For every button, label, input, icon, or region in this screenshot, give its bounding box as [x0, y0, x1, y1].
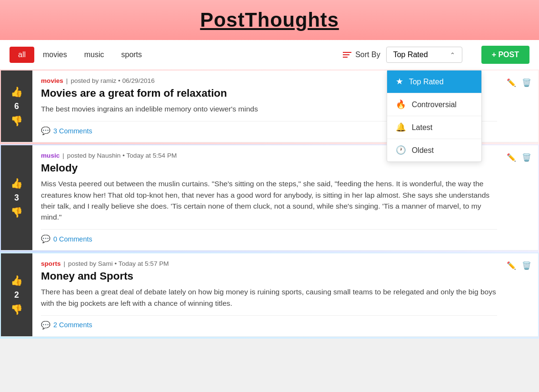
- vote-section-3: 👍 2 👎: [1, 253, 32, 336]
- clock-icon: 🕐: [396, 145, 406, 155]
- sort-option-label-oldest: Oldest: [412, 146, 434, 155]
- post-comments-3[interactable]: 💬 2 Comments: [41, 315, 497, 330]
- downvote-button-1[interactable]: 👎: [10, 114, 24, 128]
- downvote-button-2[interactable]: 👎: [10, 206, 24, 219]
- comments-label-1: 3 Comments: [53, 127, 92, 135]
- sort-option-top-rated[interactable]: ★ Top Rated: [387, 70, 481, 93]
- sort-selected-label: Top Rated: [393, 50, 428, 59]
- upvote-button-2[interactable]: 👍: [10, 177, 24, 190]
- sort-option-label-latest: Latest: [412, 123, 433, 132]
- nav-tabs: all movies music sports: [10, 47, 150, 63]
- sort-dropdown-button[interactable]: Top Rated ⌃ ★ Top Rated 🔥 Controversial …: [386, 47, 462, 63]
- sort-option-oldest[interactable]: 🕐 Oldest: [387, 139, 481, 161]
- vote-section-1: 👍 6 👎: [1, 70, 32, 142]
- tab-movies[interactable]: movies: [34, 47, 76, 63]
- sort-option-label-top-rated: Top Rated: [409, 78, 444, 86]
- upvote-button-3[interactable]: 👍: [10, 274, 24, 287]
- site-title: PostThoughts: [0, 9, 539, 31]
- filter-icon[interactable]: [343, 52, 351, 58]
- post-actions-1: ✏️ 🗑️: [506, 70, 538, 142]
- tab-music[interactable]: music: [76, 47, 113, 63]
- delete-button-1[interactable]: 🗑️: [521, 77, 532, 88]
- post-wrapper-3: 👍 2 👎 sports | posted by Sami • Today at…: [0, 252, 539, 339]
- post-separator-3: |: [64, 260, 66, 267]
- comments-label-3: 2 Comments: [53, 321, 92, 329]
- edit-button-1[interactable]: ✏️: [506, 77, 517, 88]
- post-separator-2: |: [62, 152, 64, 159]
- sort-option-label-controversial: Controversial: [412, 101, 457, 109]
- comments-label-2: 0 Comments: [53, 235, 92, 243]
- vote-section-2: 👍 3 👎: [1, 145, 32, 250]
- vote-count-2: 3: [14, 193, 19, 203]
- header: PostThoughts: [0, 0, 539, 40]
- post-author-date-3: posted by Sami • Today at 5:57 PM: [68, 260, 169, 267]
- sort-option-controversial[interactable]: 🔥 Controversial: [387, 93, 481, 116]
- post-comments-2[interactable]: 💬 0 Comments: [41, 229, 497, 243]
- sort-section: Sort By Top Rated ⌃ ★ Top Rated 🔥 Contro…: [343, 46, 529, 64]
- comment-icon-3: 💬: [41, 321, 50, 330]
- fire-icon: 🔥: [396, 100, 406, 110]
- edit-button-2[interactable]: ✏️: [506, 152, 517, 163]
- post-button[interactable]: + POST: [481, 46, 529, 64]
- post-category-1[interactable]: movies: [41, 77, 63, 84]
- post-category-3[interactable]: sports: [41, 260, 61, 267]
- post-author-date-1: posted by ramiz • 06/29/2016: [70, 77, 154, 84]
- comment-icon-2: 💬: [41, 234, 50, 243]
- tab-sports[interactable]: sports: [112, 47, 150, 63]
- post-title-2: Melody: [41, 162, 497, 174]
- post-text-2: Miss Vesta peered out between the muslin…: [41, 178, 497, 222]
- delete-button-3[interactable]: 🗑️: [521, 260, 532, 271]
- tab-all[interactable]: all: [10, 47, 34, 63]
- sort-label: Sort By: [355, 50, 380, 59]
- vote-count-3: 2: [14, 290, 19, 300]
- post-text-3: There has been a great deal of debate la…: [41, 286, 497, 309]
- vote-count-1: 6: [14, 101, 19, 111]
- chevron-up-icon: ⌃: [450, 51, 455, 59]
- downvote-button-3[interactable]: 👎: [10, 303, 24, 316]
- bell-icon: 🔔: [396, 122, 406, 132]
- post-actions-3: ✏️ 🗑️: [506, 253, 538, 336]
- upvote-button-1[interactable]: 👍: [10, 85, 24, 99]
- post-actions-2: ✏️ 🗑️: [506, 145, 538, 250]
- post-category-2[interactable]: music: [41, 152, 60, 159]
- post-body-3: sports | posted by Sami • Today at 5:57 …: [32, 253, 506, 336]
- post-title-3: Money and Sports: [41, 270, 497, 282]
- comment-icon-1: 💬: [41, 126, 50, 135]
- delete-button-2[interactable]: 🗑️: [521, 152, 532, 163]
- navbar: all movies music sports Sort By Top Rate…: [0, 40, 539, 70]
- sort-option-latest[interactable]: 🔔 Latest: [387, 116, 481, 139]
- post-separator-1: |: [66, 77, 68, 84]
- edit-button-3[interactable]: ✏️: [506, 260, 517, 271]
- post-author-date-2: posted by Naushin • Today at 5:54 PM: [67, 152, 177, 159]
- post-meta-3: sports | posted by Sami • Today at 5:57 …: [41, 260, 497, 267]
- star-icon: ★: [396, 77, 403, 87]
- sort-dropdown-menu: ★ Top Rated 🔥 Controversial 🔔 Latest 🕐 O…: [387, 70, 482, 162]
- table-row: 👍 2 👎 sports | posted by Sami • Today at…: [1, 253, 538, 337]
